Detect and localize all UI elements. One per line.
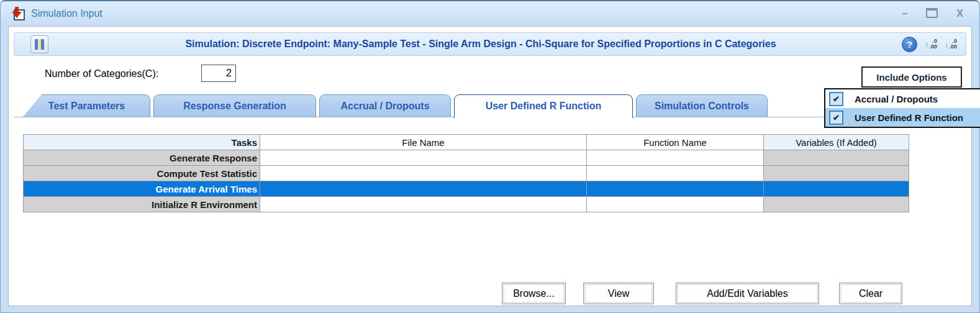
task-cell[interactable]: Generate Response	[24, 150, 260, 166]
decrease-decimal-icon[interactable]: ↓ .0 .00	[945, 39, 957, 50]
tab-accrual-dropouts[interactable]: Accrual / Dropouts	[319, 94, 451, 117]
browse-button[interactable]: Browse...	[502, 283, 566, 304]
tab-strip: Test Parameters Response Generation Accr…	[23, 94, 768, 119]
table-row-initialize-r-environment[interactable]: Initialize R Environment	[24, 197, 909, 212]
variables-cell[interactable]	[764, 150, 909, 166]
column-header-function-name: Function Name	[587, 135, 764, 150]
column-header-tasks: Tasks	[24, 135, 260, 150]
r-function-task-table: Tasks File Name Function Name Variables …	[23, 134, 909, 212]
columns-icon[interactable]	[30, 35, 48, 53]
table-row-generate-arrival-times[interactable]: Generate Arrival Times	[24, 181, 909, 197]
column-header-file-name: File Name	[260, 135, 587, 150]
tab-user-defined-r-function[interactable]: User Defined R Function	[454, 94, 633, 118]
file-name-cell[interactable]	[260, 181, 587, 197]
table-header-row: Tasks File Name Function Name Variables …	[24, 135, 909, 150]
title-bar: Simulation Input – X	[1, 1, 979, 26]
function-name-cell[interactable]	[587, 166, 764, 181]
increase-decimal-icon[interactable]: ↑ .0 .00	[925, 39, 937, 50]
up-arrow-icon: ↑	[925, 40, 929, 48]
number-of-categories-input[interactable]	[201, 65, 236, 82]
task-cell[interactable]: Generate Arrival Times	[24, 181, 260, 197]
decimal-digits: .0 .00	[949, 39, 957, 50]
include-options-menu: ✔ Accrual / Dropouts ✔ User Defined R Fu…	[824, 88, 980, 128]
table-row-generate-response[interactable]: Generate Response	[24, 150, 909, 166]
menu-item-user-defined-r-function[interactable]: ✔ User Defined R Function	[825, 108, 980, 127]
tab-response-generation[interactable]: Response Generation	[153, 94, 316, 117]
tab-simulation-controls[interactable]: Simulation Controls	[636, 94, 768, 117]
simulation-title: Simulation: Discrete Endpoint: Many-Samp…	[89, 33, 873, 55]
minimize-button[interactable]: –	[902, 9, 907, 19]
tab-test-parameters[interactable]: Test Parameters	[23, 94, 150, 117]
simulation-header-bar: Simulation: Discrete Endpoint: Many-Samp…	[14, 32, 966, 56]
maximize-icon	[926, 8, 938, 18]
maximize-button[interactable]	[926, 8, 938, 20]
clear-button[interactable]: Clear	[839, 283, 902, 304]
task-cell[interactable]: Compute Test Statistic	[24, 166, 260, 181]
table-row-compute-test-statistic[interactable]: Compute Test Statistic	[24, 166, 909, 181]
checkbox-checked-icon[interactable]: ✔	[829, 111, 843, 125]
file-name-cell[interactable]	[260, 197, 587, 212]
task-cell[interactable]: Initialize R Environment	[24, 197, 260, 212]
file-name-cell[interactable]	[260, 150, 587, 166]
window-title: Simulation Input	[31, 8, 102, 19]
variables-cell[interactable]	[764, 181, 909, 197]
app-icon	[11, 7, 25, 20]
add-edit-variables-button[interactable]: Add/Edit Variables	[676, 283, 819, 304]
view-button[interactable]: View	[583, 283, 654, 304]
function-name-cell[interactable]	[587, 181, 764, 197]
close-button[interactable]: X	[956, 9, 963, 19]
variables-cell[interactable]	[764, 166, 909, 181]
include-options-button[interactable]: Include Options	[861, 66, 962, 88]
file-name-cell[interactable]	[260, 166, 587, 181]
help-icon[interactable]: ?	[902, 37, 917, 52]
number-of-categories-label: Number of Categories(C):	[45, 68, 158, 79]
function-name-cell[interactable]	[587, 150, 764, 166]
down-arrow-icon: ↓	[945, 40, 949, 48]
variables-cell[interactable]	[764, 197, 909, 212]
function-name-cell[interactable]	[587, 197, 764, 212]
dialog-content: Simulation: Discrete Endpoint: Many-Samp…	[8, 26, 972, 306]
decimal-digits: .0 .00	[929, 39, 937, 50]
checkbox-checked-icon[interactable]: ✔	[829, 92, 843, 106]
column-header-variables: Variables (If Added)	[764, 135, 909, 150]
menu-item-accrual-dropouts[interactable]: ✔ Accrual / Dropouts	[825, 89, 980, 108]
simulation-input-window: Simulation Input – X Simulation: Discret…	[0, 0, 980, 313]
